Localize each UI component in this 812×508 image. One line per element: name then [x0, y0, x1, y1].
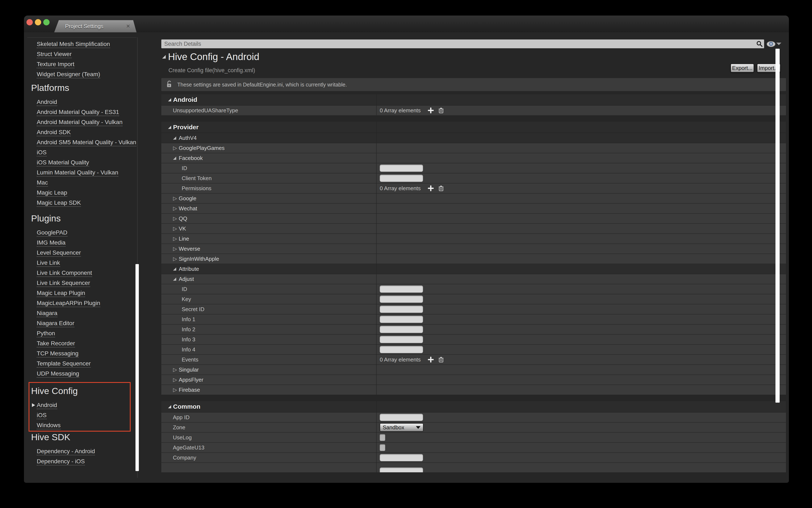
text-input[interactable] [380, 454, 423, 461]
row-signinwithapple[interactable]: SignInWithApple [161, 254, 786, 264]
section-header-android[interactable]: Android [161, 94, 786, 105]
sidebar-item-python[interactable]: Python [24, 328, 135, 338]
sidebar-item-img-media[interactable]: IMG Media [24, 238, 135, 248]
sidebar-item-widget-designer-team[interactable]: Widget Designer (Team) [24, 69, 135, 79]
checkbox-unchecked[interactable] [380, 444, 385, 451]
create-config-file-link[interactable]: Create Config file(hive_config.xml) [168, 67, 255, 74]
row-attribute[interactable]: Attribute [161, 264, 786, 274]
expanded-triangle-icon[interactable] [168, 405, 171, 408]
delete-elements-button[interactable] [438, 107, 444, 114]
export-button[interactable]: Export... [731, 64, 754, 73]
collapsed-triangle-icon[interactable] [173, 216, 177, 221]
sidebar-item-udp-messaging[interactable]: UDP Messaging [24, 369, 135, 379]
text-input[interactable] [380, 326, 423, 333]
sidebar-scrollbar-thumb[interactable] [135, 264, 139, 471]
text-input[interactable] [380, 316, 423, 323]
section-header-provider[interactable]: Provider [161, 122, 786, 133]
row-vk[interactable]: VK [161, 224, 786, 234]
sidebar-item-magic-leap-sdk[interactable]: Magic Leap SDK [24, 198, 135, 208]
sidebar-item-skeletal-mesh-simplification[interactable]: Skeletal Mesh Simplification [24, 39, 135, 49]
search-input[interactable] [161, 39, 753, 48]
zoom-traffic-light[interactable] [43, 19, 49, 26]
collapsed-triangle-icon[interactable] [173, 387, 177, 392]
row-line[interactable]: Line [161, 234, 786, 244]
collapsed-triangle-icon[interactable] [173, 236, 177, 241]
collapsed-triangle-icon[interactable] [173, 246, 177, 251]
sidebar-item-magicleaparpin-plugin[interactable]: MagicLeapARPin Plugin [24, 298, 135, 308]
section-header-common[interactable]: Common [161, 401, 786, 413]
collapsed-triangle-icon[interactable] [173, 196, 177, 201]
add-element-button[interactable] [428, 185, 434, 191]
expanded-triangle-icon[interactable] [173, 157, 176, 160]
sidebar-item-niagara[interactable]: Niagara [24, 308, 135, 318]
sidebar-item-googlepad[interactable]: GooglePAD [24, 227, 135, 238]
sidebar-item-android-material-quality-es31[interactable]: Android Material Quality - ES31 [24, 107, 135, 117]
delete-elements-button[interactable] [438, 356, 444, 363]
tab-project-settings[interactable]: Project Settings ✕ [54, 20, 136, 32]
collapsed-triangle-icon[interactable] [173, 226, 177, 231]
tab-close-icon[interactable]: ✕ [126, 23, 130, 29]
sidebar-item-android[interactable]: Android [24, 97, 135, 107]
sidebar-item-mac[interactable]: Mac [24, 178, 135, 188]
sidebar-item-live-link-component[interactable]: Live Link Component [24, 268, 135, 278]
sidebar-item-take-recorder[interactable]: Take Recorder [24, 338, 135, 348]
sidebar-item-texture-import[interactable]: Texture Import [24, 59, 135, 69]
text-input[interactable] [380, 165, 423, 172]
row-qq[interactable]: QQ [161, 214, 786, 224]
sidebar-item-magic-leap[interactable]: Magic Leap [24, 188, 135, 198]
view-options-caret-icon[interactable] [776, 43, 781, 45]
add-element-button[interactable] [428, 357, 434, 363]
sidebar-item-android-material-quality-vulkan[interactable]: Android Material Quality - Vulkan [24, 117, 135, 127]
expanded-triangle-icon[interactable] [168, 126, 171, 129]
text-input[interactable] [380, 296, 423, 303]
sidebar-item-ios-material-quality[interactable]: iOS Material Quality [24, 158, 135, 168]
row-googleplaygames[interactable]: GooglePlayGames [161, 143, 786, 153]
sidebar-item-live-link-sequencer[interactable]: Live Link Sequencer [24, 278, 135, 288]
text-input[interactable] [380, 175, 423, 182]
row-facebook[interactable]: Facebook [161, 153, 786, 163]
text-input[interactable] [380, 414, 423, 421]
delete-elements-button[interactable] [438, 185, 444, 192]
collapsed-triangle-icon[interactable] [173, 145, 177, 151]
sidebar-item-dependency-android[interactable]: Dependency - Android [24, 446, 135, 456]
minimize-traffic-light[interactable] [35, 19, 41, 26]
sidebar-item-level-sequencer[interactable]: Level Sequencer [24, 248, 135, 258]
expanded-triangle-icon[interactable] [173, 278, 176, 281]
expanded-triangle-icon[interactable] [173, 267, 176, 270]
row-appsflyer[interactable]: AppsFlyer [161, 375, 786, 385]
zone-dropdown[interactable]: Sandbox [380, 423, 423, 432]
window-titlebar[interactable] [24, 15, 789, 32]
text-input[interactable] [380, 336, 423, 343]
collapsed-triangle-icon[interactable] [173, 377, 177, 382]
sidebar-item-dependency-ios[interactable]: Dependency - iOS [24, 456, 135, 466]
add-element-button[interactable] [428, 108, 434, 113]
expanded-triangle-icon[interactable] [168, 98, 171, 101]
row-adjust[interactable]: Adjust [161, 274, 786, 284]
row-google[interactable]: Google [161, 194, 786, 204]
sidebar-item-template-sequencer[interactable]: Template Sequencer [24, 358, 135, 369]
view-options-eye-icon[interactable] [767, 40, 775, 49]
collapsed-triangle-icon[interactable] [173, 256, 177, 261]
row-weverse[interactable]: Weverse [161, 244, 786, 254]
sidebar-item-android-sdk[interactable]: Android SDK [24, 127, 135, 137]
sidebar-item-live-link[interactable]: Live Link [24, 258, 135, 268]
collapsed-triangle-icon[interactable] [173, 206, 177, 211]
sidebar-item-magic-leap-plugin[interactable]: Magic Leap Plugin [24, 288, 135, 298]
close-traffic-light[interactable] [27, 19, 33, 26]
main-scrollbar-thumb[interactable] [775, 49, 780, 403]
sidebar-item-android-sm5-material-quality-vulkan[interactable]: Android SM5 Material Quality - Vulkan [24, 137, 135, 147]
collapsed-triangle-icon[interactable] [173, 367, 177, 372]
text-input[interactable] [380, 286, 423, 293]
checkbox-unchecked[interactable] [380, 434, 385, 441]
sidebar-item-niagara-editor[interactable]: Niagara Editor [24, 318, 135, 328]
sidebar-item-struct-viewer[interactable]: Struct Viewer [24, 49, 135, 59]
text-input[interactable] [380, 306, 423, 313]
row-singular[interactable]: Singular [161, 365, 786, 375]
row-wechat[interactable]: Wechat [161, 204, 786, 214]
row-authv4[interactable]: AuthV4 [161, 133, 786, 143]
sidebar-item-ios[interactable]: iOS [24, 147, 135, 158]
collapse-triangle-icon[interactable] [162, 55, 166, 58]
text-input[interactable] [380, 346, 423, 353]
expanded-triangle-icon[interactable] [173, 136, 176, 139]
sidebar-item-tcp-messaging[interactable]: TCP Messaging [24, 348, 135, 358]
